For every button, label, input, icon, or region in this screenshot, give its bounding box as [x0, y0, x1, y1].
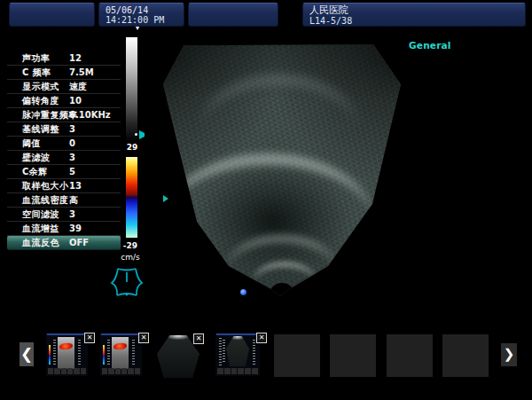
- parameter-label: 血流线密度: [22, 195, 69, 205]
- mini-thumb-strip: [48, 368, 86, 374]
- parameter-row[interactable]: 壁滤波 3: [7, 151, 121, 165]
- parameter-row[interactable]: 声功率 12: [7, 51, 121, 66]
- parameter-row[interactable]: 显示模式 速度: [7, 80, 121, 94]
- hospital-panel: 人民医院 L14-5/38: [302, 3, 526, 27]
- mini-sector-image: [226, 336, 249, 366]
- info-line: [409, 175, 528, 186]
- mini-text: [53, 340, 56, 366]
- parameter-row[interactable]: C 频率 7.5M: [7, 66, 121, 80]
- info-line: [409, 152, 528, 163]
- thumbnail-sector[interactable]: ✕: [156, 334, 200, 379]
- thumbnails-next-button[interactable]: ❯: [501, 343, 517, 366]
- thumbnail-empty-slot: [442, 334, 489, 377]
- info-line: [409, 208, 528, 219]
- parameter-row[interactable]: 血流线密度 高: [7, 193, 121, 208]
- parameter-menu: 声功率 12 C 频率 7.5M 显示模式 速度 偏转角度 10 脉冲重复频率 …: [7, 51, 121, 250]
- parameter-value: OFF: [69, 236, 89, 249]
- parameter-value: 5: [69, 165, 75, 178]
- info-lines: [409, 51, 528, 286]
- close-thumbnail-icon[interactable]: ✕: [256, 333, 267, 343]
- color-doppler-bar: [126, 157, 137, 238]
- thumbnail-screen[interactable]: ✕: [215, 333, 260, 376]
- mini-titlebar: [216, 333, 259, 335]
- parameter-row[interactable]: 偏转角度 10: [7, 94, 121, 108]
- parameter-label: C余辉: [22, 167, 48, 176]
- info-line: [409, 74, 528, 85]
- parameter-label: 空间滤波: [22, 209, 59, 219]
- mini-doppler-flow: [113, 342, 128, 350]
- ultrasound-image-area[interactable]: [145, 29, 405, 322]
- parameter-label: 血流增益: [22, 224, 59, 233]
- mini-thumb-strip: [102, 368, 140, 374]
- parameter-value: 高: [69, 193, 78, 207]
- info-line: [409, 253, 528, 264]
- info-line: [409, 129, 528, 141]
- grayscale-top-marker-icon: ▾: [136, 25, 139, 32]
- mini-image: [58, 337, 74, 369]
- parameter-row[interactable]: 基线调整 3: [7, 122, 121, 137]
- parameter-row[interactable]: 脉冲重复频率 6.10KHz: [7, 108, 121, 122]
- thumbnail-doppler-2[interactable]: ✕: [100, 333, 142, 376]
- info-line: [409, 119, 528, 130]
- info-line: [409, 163, 528, 175]
- probe-id: L14-5/38: [309, 16, 525, 26]
- thumbnail-doppler-1[interactable]: ✕: [46, 333, 88, 376]
- info-line: [409, 107, 528, 119]
- info-line: [409, 231, 528, 242]
- parameter-label: 声功率: [22, 53, 51, 63]
- parameter-value: 7.5M: [69, 66, 94, 79]
- mini-titlebar: [47, 333, 87, 335]
- parameter-value: 10: [69, 94, 82, 107]
- mini-image: [112, 337, 129, 369]
- ultrasound-screen: 05/06/14 14:21:00 PM 人民医院 L14-5/38 声功率 1…: [0, 0, 532, 400]
- info-line: [409, 197, 528, 208]
- parameter-label: 取样包大小: [22, 181, 69, 191]
- info-line: [409, 241, 528, 253]
- grayscale-bar: [126, 37, 137, 140]
- mini-text: [223, 340, 225, 363]
- parameter-row[interactable]: 血流反色 OFF: [7, 236, 121, 250]
- thumbnail-empty-slot: [274, 334, 320, 377]
- velocity-max-label: 29: [121, 143, 143, 152]
- parameter-row[interactable]: 血流增益 39: [7, 222, 121, 236]
- close-thumbnail-icon[interactable]: ✕: [193, 333, 204, 344]
- info-line: [409, 219, 528, 231]
- time-text: 14:21:00 PM: [106, 15, 184, 25]
- info-line: [409, 185, 528, 197]
- parameter-row[interactable]: 取样包大小 13: [7, 179, 121, 193]
- close-thumbnail-icon[interactable]: ✕: [138, 333, 149, 343]
- parameter-value: 3: [69, 208, 75, 221]
- parameter-label: 显示模式: [22, 82, 59, 91]
- parameter-row[interactable]: 阈值 0: [7, 137, 121, 151]
- image-info-panel: General: [409, 40, 528, 286]
- info-line: [409, 96, 528, 107]
- probe-apex-notch: [269, 283, 295, 310]
- close-thumbnail-icon[interactable]: ✕: [84, 333, 95, 343]
- thumbnails-prev-button[interactable]: ❮: [20, 342, 34, 366]
- mini-colorbar: [103, 345, 105, 365]
- parameter-row[interactable]: C余辉 5: [7, 165, 121, 179]
- info-line: [409, 263, 528, 275]
- info-line: [409, 51, 528, 63]
- mini-titlebar: [101, 333, 141, 335]
- mini-text: [78, 340, 81, 366]
- parameter-label: 壁滤波: [22, 153, 51, 162]
- exam-info-panel: [188, 3, 278, 27]
- velocity-min-label: -29: [120, 241, 141, 250]
- mini-text: [107, 340, 110, 366]
- mini-text: [219, 338, 222, 366]
- mini-thumb-strip: [217, 368, 258, 374]
- parameter-value: 3: [69, 122, 75, 136]
- mini-colorbar: [49, 345, 51, 365]
- parameter-label: 基线调整: [22, 124, 59, 134]
- hospital-name: 人民医院: [309, 5, 525, 16]
- datetime-panel: 05/06/14 14:21:00 PM: [98, 3, 184, 27]
- parameter-row[interactable]: 空间滤波 3: [7, 208, 121, 222]
- parameter-label: 血流反色: [22, 238, 59, 247]
- info-line: [409, 63, 528, 75]
- thumbnail-empty-slot: [387, 334, 433, 377]
- body-marker-icon: [109, 265, 145, 301]
- parameter-label: C 频率: [22, 67, 51, 77]
- velocity-unit-label: cm/s: [118, 253, 143, 262]
- parameter-value: 39: [69, 222, 82, 235]
